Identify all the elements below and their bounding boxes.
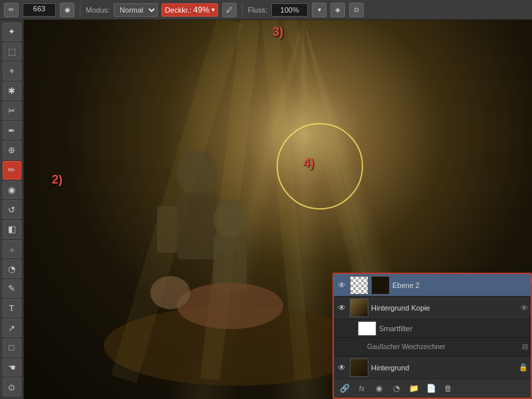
eraser-tool[interactable]: ◧ bbox=[3, 220, 21, 239]
gaussian-label: Gaußscher Weichzeichner bbox=[367, 343, 446, 350]
move-tool[interactable]: ✦ bbox=[3, 23, 21, 41]
layers-footer: 🔗 fx ◉ ◔ 📁 📄 🗑 bbox=[334, 379, 531, 398]
gaussian-options-icon: ⊟ bbox=[522, 342, 528, 351]
layer-visibility-ebene2[interactable]: 👁 bbox=[336, 280, 347, 291]
dodge-tool[interactable]: ◔ bbox=[3, 259, 21, 278]
adjustment-btn[interactable]: ◔ bbox=[390, 382, 403, 395]
eyedropper-tool[interactable]: ✒ bbox=[3, 121, 21, 140]
svg-point-11 bbox=[177, 283, 283, 329]
layer-row-ebene2[interactable]: 👁 Ebene 2 bbox=[334, 274, 531, 297]
layer-row-hintergrund[interactable]: 👁 Hintergrund 🔒 bbox=[334, 356, 531, 379]
flow-label: Fluss: bbox=[248, 6, 267, 14]
delete-layer-btn[interactable]: 🗑 bbox=[442, 382, 455, 395]
layer-name-hintergrund: Hintergrund bbox=[371, 364, 516, 372]
smartfilter-label: Smartfilter bbox=[379, 325, 412, 332]
layer-thumb-ebene2 bbox=[350, 276, 368, 295]
svg-point-9 bbox=[213, 201, 247, 238]
svg-point-12 bbox=[150, 276, 190, 309]
brush-size-input[interactable]: 663 bbox=[23, 3, 56, 17]
healing-tool[interactable]: ⊕ bbox=[3, 141, 21, 160]
annotation-4: 4) bbox=[303, 156, 314, 170]
flow-input[interactable]: 100% bbox=[271, 3, 308, 17]
hand-tool[interactable]: ☚ bbox=[3, 358, 21, 377]
canvas-area[interactable]: 3) 4) 2) 1) 👁 Ebene 2 👁 bbox=[24, 20, 532, 399]
selection-circle bbox=[277, 123, 363, 209]
layer-thumb-hintergrund-kopie bbox=[350, 299, 368, 317]
main-area: ✦ ⬚ ⌖ ✱ ✂ ✒ ⊕ ✏ ◉ ↺ ◧ ⬦ ◔ ✎ T ↗ □ ☚ ⊙ bbox=[0, 20, 532, 399]
airbrush-icon[interactable]: 🖊 bbox=[222, 3, 237, 17]
layer-thumb-hintergrund bbox=[350, 358, 368, 377]
opacity-value: 49% bbox=[194, 5, 209, 15]
layer-visibility-hintergrund[interactable]: 👁 bbox=[336, 362, 347, 373]
zoom-tool[interactable]: ⊙ bbox=[3, 378, 21, 396]
svg-rect-7 bbox=[157, 206, 177, 253]
gaussian-row[interactable]: Gaußscher Weichzeichner ⊟ bbox=[334, 338, 531, 356]
svg-rect-6 bbox=[177, 193, 217, 259]
svg-rect-10 bbox=[213, 236, 247, 289]
layers-panel: 1) 👁 Ebene 2 👁 Hinterg bbox=[332, 273, 532, 399]
smoothing-icon[interactable]: ⊙ bbox=[349, 3, 364, 17]
lock-icon: 🔒 bbox=[519, 363, 528, 372]
lasso-tool[interactable]: ⌖ bbox=[3, 62, 21, 80]
magic-wand-tool[interactable]: ✱ bbox=[3, 82, 21, 100]
mode-select[interactable]: Normal bbox=[114, 3, 158, 17]
layer-name-ebene2: Ebene 2 bbox=[392, 281, 528, 289]
layer-visibility-hintergrund-kopie[interactable]: 👁 bbox=[336, 303, 347, 313]
folder-btn[interactable]: 📁 bbox=[407, 382, 420, 395]
marquee-tool[interactable]: ⬚ bbox=[3, 43, 21, 61]
smartfilter-row: Smartfilter bbox=[334, 319, 531, 338]
path-selection-tool[interactable]: ↗ bbox=[3, 319, 21, 337]
layer-name-hintergrund-kopie: Hintergrund Kopie bbox=[371, 304, 518, 312]
smartfilter-thumb bbox=[358, 321, 376, 336]
new-layer-btn[interactable]: 📄 bbox=[424, 382, 438, 395]
eye-icon: 👁 bbox=[338, 281, 346, 290]
eye-icon-3: 👁 bbox=[338, 363, 346, 372]
svg-point-5 bbox=[177, 150, 217, 196]
toolbar: ✏ 663 ◉ Modus: Normal Deckkr.: 49% ▾ 🖊 F… bbox=[0, 0, 532, 20]
eye-icon-2: 👁 bbox=[338, 303, 346, 313]
layer-right-icon: 👁 bbox=[521, 304, 528, 312]
add-mask-btn[interactable]: ◉ bbox=[372, 382, 386, 395]
opacity-label: Deckkr.: bbox=[165, 6, 192, 14]
crop-tool[interactable]: ✂ bbox=[3, 102, 21, 120]
rectangle-tool[interactable]: □ bbox=[3, 338, 21, 357]
annotation-3: 3) bbox=[273, 25, 283, 39]
fx-btn[interactable]: fx bbox=[355, 382, 368, 395]
brush-size-icon[interactable]: ✏ bbox=[4, 3, 19, 17]
mode-label: Modus: bbox=[86, 6, 110, 14]
layer-row-hintergrund-kopie[interactable]: 👁 Hintergrund Kopie 👁 bbox=[334, 297, 531, 319]
tools-panel: ✦ ⬚ ⌖ ✱ ✂ ✒ ⊕ ✏ ◉ ↺ ◧ ⬦ ◔ ✎ T ↗ □ ☚ ⊙ bbox=[0, 20, 24, 399]
stamp-tool[interactable]: ◉ bbox=[3, 181, 21, 200]
gradient-tool[interactable]: ⬦ bbox=[3, 240, 21, 259]
pen-tool[interactable]: ✎ bbox=[3, 279, 21, 298]
flow-arrow-icon[interactable]: ▾ bbox=[312, 3, 327, 17]
opacity-field[interactable]: Deckkr.: 49% ▾ bbox=[162, 3, 218, 17]
link-layers-btn[interactable]: 🔗 bbox=[338, 382, 351, 395]
brush-tool[interactable]: ✏ bbox=[3, 161, 21, 180]
tablet-pressure-icon[interactable]: ◈ bbox=[331, 3, 345, 17]
brush-preset-icon[interactable]: ◉ bbox=[60, 3, 74, 17]
type-tool[interactable]: T bbox=[3, 299, 21, 318]
history-brush-tool[interactable]: ↺ bbox=[3, 200, 21, 219]
opacity-dropdown-arrow[interactable]: ▾ bbox=[211, 6, 215, 13]
annotation-2: 2) bbox=[52, 173, 63, 187]
layer-mask-thumb-ebene2 bbox=[371, 276, 390, 295]
